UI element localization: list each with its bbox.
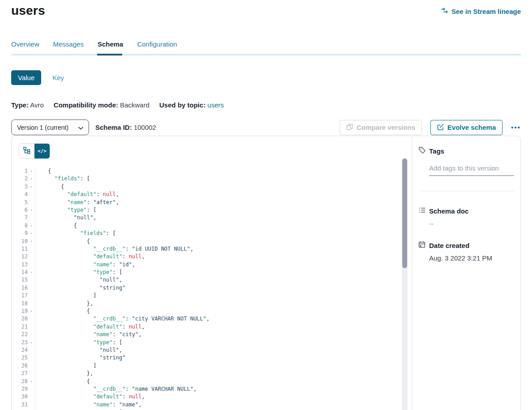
code-line: 19▾ { bbox=[12, 308, 412, 315]
code-line-content: "type": [ bbox=[35, 339, 122, 346]
schema-id-value: 100002 bbox=[134, 124, 156, 131]
tab-messages[interactable]: Messages bbox=[53, 40, 84, 54]
tab-schema[interactable]: Schema bbox=[98, 40, 123, 54]
collapse-arrow-placeholder bbox=[28, 354, 35, 362]
list-icon bbox=[418, 206, 426, 215]
line-number: 27 bbox=[12, 370, 28, 377]
code-line: 26 ] bbox=[12, 362, 412, 370]
evolve-schema-button[interactable]: Evolve schema bbox=[430, 120, 502, 135]
collapse-arrow-placeholder bbox=[28, 245, 35, 253]
collapse-arrow-placeholder bbox=[28, 214, 35, 222]
collapse-arrow-icon[interactable]: ▾ bbox=[28, 206, 35, 214]
add-tags-input[interactable] bbox=[429, 162, 514, 176]
code-line-content: "default": null, bbox=[35, 393, 145, 401]
tab-overview[interactable]: Overview bbox=[11, 40, 39, 54]
version-select[interactable]: Version 1 (current) bbox=[11, 120, 89, 135]
code-line-content: "null", bbox=[35, 276, 122, 284]
collapse-arrow-placeholder bbox=[28, 284, 35, 292]
date-created-section-header: Date created bbox=[418, 241, 514, 250]
code-line-content: "name": "name", bbox=[35, 401, 142, 409]
schema-id-label: Schema ID: bbox=[95, 124, 132, 131]
collapse-arrow-icon[interactable]: ▾ bbox=[28, 378, 35, 385]
code-line-content: }, bbox=[35, 300, 93, 308]
line-number: 19 bbox=[12, 308, 28, 315]
code-line-content: "fields": [ bbox=[35, 175, 90, 183]
code-line-content: "name": "id", bbox=[35, 261, 135, 269]
code-line-content: "type": [ bbox=[35, 269, 122, 276]
collapse-arrow-icon[interactable]: ▾ bbox=[28, 183, 35, 191]
code-line: 6▾ "type": [ bbox=[12, 206, 412, 214]
code-line-content: "null", bbox=[35, 346, 122, 354]
collapse-arrow-placeholder bbox=[28, 401, 35, 409]
collapse-arrow-icon[interactable]: ▾ bbox=[28, 339, 35, 346]
code-line-content: "__crdb__": "id UUID NOT NULL", bbox=[35, 245, 193, 253]
line-number: 29 bbox=[12, 385, 28, 393]
tab-bar: Overview Messages Schema Configuration bbox=[11, 40, 521, 54]
more-options-button[interactable]: ••• bbox=[511, 124, 521, 131]
line-number: 23 bbox=[12, 339, 28, 346]
code-line: 14▾ "type": [ bbox=[12, 269, 412, 276]
type-meta: Type: Avro bbox=[11, 101, 44, 109]
collapse-arrow-icon[interactable]: ▾ bbox=[28, 308, 35, 315]
tree-view-button[interactable] bbox=[19, 144, 34, 158]
line-number: 3 bbox=[12, 183, 28, 191]
collapse-arrow-placeholder bbox=[28, 261, 35, 269]
line-number: 28 bbox=[12, 378, 28, 385]
page-title: users bbox=[11, 4, 45, 18]
collapse-arrow-icon[interactable]: ▾ bbox=[28, 167, 35, 175]
line-number: 8 bbox=[12, 222, 28, 230]
code-line-content: { bbox=[35, 183, 64, 191]
line-number: 4 bbox=[12, 191, 28, 198]
code-scrollbar-track[interactable] bbox=[402, 158, 408, 410]
code-line: 27 }, bbox=[12, 370, 412, 377]
code-line: 29 "__crdb__": "name VARCHAR NULL", bbox=[12, 385, 412, 393]
code-scrollbar-thumb[interactable] bbox=[402, 158, 407, 268]
schema-meta-row: Type: Avro Compatibility mode: Backward … bbox=[11, 101, 521, 109]
compatibility-meta: Compatibility mode: Backward bbox=[54, 101, 149, 109]
schema-view-toggle: </> bbox=[19, 143, 50, 159]
code-view-button[interactable]: </> bbox=[34, 144, 50, 158]
collapse-arrow-placeholder bbox=[28, 323, 35, 331]
key-toggle-link[interactable]: Key bbox=[52, 74, 64, 81]
code-line: 5 "name": "after", bbox=[12, 199, 412, 206]
collapse-arrow-icon[interactable]: ▾ bbox=[28, 175, 35, 183]
collapse-arrow-icon[interactable]: ▾ bbox=[28, 230, 35, 237]
code-line-content: "string" bbox=[35, 284, 125, 292]
code-line-content: "type": [ bbox=[35, 206, 96, 214]
topic-link[interactable]: users bbox=[208, 101, 224, 109]
date-created-title: Date created bbox=[429, 242, 469, 249]
line-number: 26 bbox=[12, 362, 28, 370]
code-line: 23▾ "type": [ bbox=[12, 339, 412, 346]
type-label: Type: bbox=[11, 101, 29, 109]
sidebar-divider bbox=[418, 191, 514, 191]
collapse-arrow-placeholder bbox=[28, 191, 35, 198]
code-line-content: "name": "city", bbox=[35, 331, 142, 338]
tag-icon bbox=[418, 146, 426, 155]
line-number: 6 bbox=[12, 206, 28, 214]
see-in-stream-lineage-link[interactable]: See in Stream lineage bbox=[441, 7, 521, 15]
schema-code-pane: </> 1▾{2▾ "fields": [3▾ {4 "default": nu… bbox=[12, 136, 412, 410]
collapse-arrow-icon[interactable]: ▾ bbox=[28, 238, 35, 245]
schema-doc-title: Schema doc bbox=[429, 207, 468, 215]
line-number: 24 bbox=[12, 346, 28, 354]
code-line-content: "fields": [ bbox=[35, 230, 116, 237]
line-number: 18 bbox=[12, 300, 28, 308]
code-line: 28▾ { bbox=[12, 378, 412, 385]
schema-doc-section-header: Schema doc bbox=[418, 206, 514, 215]
tree-view-icon bbox=[23, 147, 30, 156]
code-lines: 1▾{2▾ "fields": [3▾ {4 "default": null,5… bbox=[12, 167, 412, 410]
collapse-arrow-icon[interactable]: ▾ bbox=[28, 222, 35, 230]
compatibility-label: Compatibility mode: bbox=[54, 101, 118, 109]
code-line: 20 "__crdb__": "city VARCHAR NOT NULL", bbox=[12, 315, 412, 323]
line-number: 13 bbox=[12, 261, 28, 269]
tab-configuration[interactable]: Configuration bbox=[137, 40, 177, 54]
compare-versions-button[interactable]: Compare versions bbox=[340, 120, 422, 135]
value-toggle-button[interactable]: Value bbox=[11, 70, 41, 85]
collapse-arrow-icon[interactable]: ▾ bbox=[28, 269, 35, 276]
collapse-arrow-placeholder bbox=[28, 393, 35, 401]
code-line-content: "null", bbox=[35, 214, 96, 222]
line-number: 17 bbox=[12, 292, 28, 299]
collapse-arrow-placeholder bbox=[28, 292, 35, 299]
code-line-content: "__crdb__": "name VARCHAR NULL", bbox=[35, 385, 196, 393]
collapse-arrow-placeholder bbox=[28, 370, 35, 377]
